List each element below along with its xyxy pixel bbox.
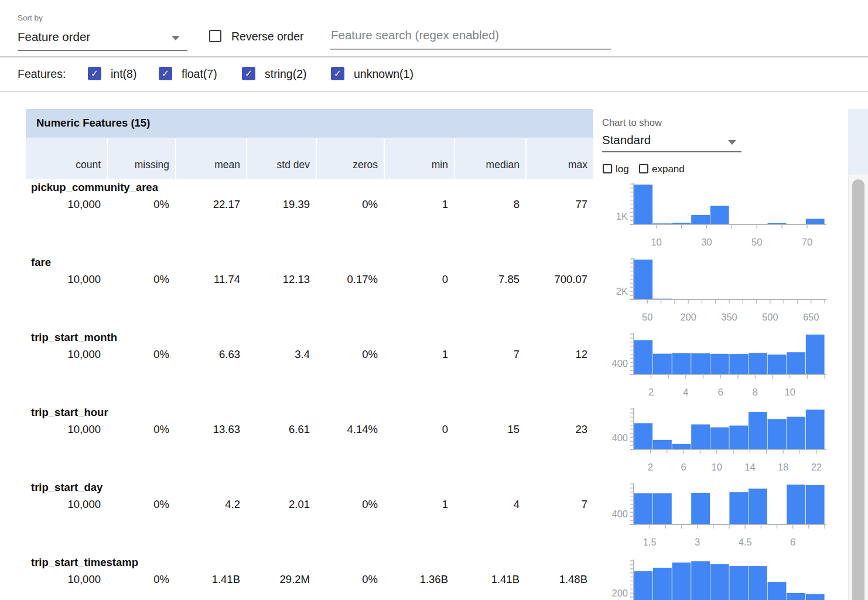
- stat-value-std-dev: 12.13: [246, 273, 310, 286]
- chart-to-show-label: Chart to show: [602, 117, 662, 128]
- histogram-fare[interactable]: 502003505006502K: [603, 254, 838, 329]
- facets-overview: Sort by Feature order Reverse order Feat…: [0, 0, 868, 600]
- stat-value-missing: 0%: [107, 573, 169, 586]
- histogram-trip_start_hour[interactable]: 2610141822400: [603, 404, 838, 479]
- stat-value-min: 1.36B: [384, 573, 448, 586]
- svg-text:14: 14: [744, 462, 755, 472]
- column-header: min: [384, 138, 454, 179]
- features-label: Features:: [18, 67, 66, 81]
- sort-by-select[interactable]: Feature order: [18, 30, 90, 44]
- chart-to-show-select[interactable]: Standard: [602, 133, 651, 147]
- stat-value-max: 23: [525, 423, 587, 436]
- histogram-trip_start_timestamp[interactable]: 200: [603, 554, 838, 600]
- scrollbar-thumb[interactable]: [852, 179, 864, 600]
- column-header: max: [525, 138, 593, 179]
- toolbar-divider: [0, 56, 868, 57]
- stat-value-max: 7: [525, 498, 587, 511]
- reverse-order-checkbox[interactable]: [209, 30, 221, 42]
- svg-text:500: 500: [762, 312, 778, 322]
- checkbox-check-icon: ✓: [91, 69, 98, 79]
- svg-text:1.5: 1.5: [643, 537, 657, 547]
- svg-text:50: 50: [751, 237, 762, 247]
- stat-value-min: 1: [384, 198, 448, 211]
- chevron-down-icon[interactable]: [728, 140, 736, 145]
- feature-type-label: float(7): [182, 67, 217, 81]
- stat-value-std-dev: 3.4: [246, 348, 310, 361]
- feature-search-input[interactable]: [330, 27, 611, 50]
- svg-text:70: 70: [802, 237, 812, 247]
- stat-value-count: 10,000: [26, 198, 101, 211]
- stat-value-median: 4: [454, 498, 520, 511]
- svg-text:10: 10: [651, 237, 661, 247]
- stat-value-mean: 1.41B: [175, 573, 240, 586]
- stat-value-std-dev: 2.01: [246, 498, 310, 511]
- chevron-down-icon[interactable]: [172, 36, 180, 40]
- stat-value-max: 77: [525, 198, 587, 211]
- stat-value-max: 1.48B: [525, 573, 587, 586]
- log-checkbox[interactable]: [603, 164, 612, 173]
- stat-value-std-dev: 19.39: [246, 198, 310, 211]
- stat-value-mean: 22.17: [175, 198, 240, 211]
- svg-text:400: 400: [611, 358, 628, 369]
- column-header: mean: [175, 138, 246, 179]
- stat-value-mean: 4.2: [175, 498, 240, 511]
- column-header: zeros: [316, 138, 384, 179]
- svg-text:400: 400: [611, 432, 628, 443]
- feature-type-checkbox[interactable]: ✓: [242, 67, 255, 80]
- feature-name: trip_start_day: [31, 481, 102, 494]
- svg-text:6: 6: [718, 387, 723, 397]
- stat-value-zeros: 0%: [316, 198, 378, 211]
- feature-type-checkbox[interactable]: ✓: [331, 67, 344, 80]
- stat-value-zeros: 0%: [316, 498, 378, 511]
- stat-value-median: 15: [454, 423, 520, 436]
- histogram-trip_start_day[interactable]: 1.534.56400: [603, 479, 838, 554]
- histogram-trip_start_month[interactable]: 246810400: [603, 329, 838, 404]
- reverse-order-label: Reverse order: [231, 30, 304, 43]
- svg-text:200: 200: [680, 312, 696, 322]
- stat-value-mean: 6.63: [175, 348, 240, 361]
- svg-text:650: 650: [803, 312, 819, 322]
- svg-text:10: 10: [712, 462, 722, 472]
- svg-text:10: 10: [785, 387, 795, 397]
- stat-value-std-dev: 6.61: [246, 423, 310, 436]
- stat-value-min: 0: [384, 423, 448, 436]
- stat-value-count: 10,000: [26, 498, 101, 511]
- svg-text:4: 4: [683, 387, 688, 397]
- stat-value-mean: 11.74: [175, 273, 240, 286]
- stat-value-zeros: 4.14%: [316, 423, 378, 436]
- feature-type-checkbox[interactable]: ✓: [88, 67, 101, 80]
- histogram-pickup_community_area[interactable]: 103050701K: [603, 179, 838, 254]
- svg-text:6: 6: [681, 462, 686, 472]
- checkbox-check-icon: ✓: [162, 69, 169, 79]
- stat-value-median: 7: [454, 348, 520, 361]
- feature-type-checkbox[interactable]: ✓: [159, 67, 172, 80]
- stat-value-count: 10,000: [26, 273, 101, 286]
- stat-value-zeros: 0%: [316, 348, 378, 361]
- numeric-features-title: Numeric Features (15): [36, 117, 150, 129]
- svg-text:6: 6: [790, 537, 795, 547]
- svg-text:400: 400: [611, 509, 628, 519]
- feature-name: trip_start_hour: [31, 406, 108, 419]
- svg-text:4.5: 4.5: [739, 537, 752, 547]
- feature-type-label: unknown(1): [354, 67, 414, 81]
- svg-text:30: 30: [701, 237, 712, 247]
- column-header: std dev: [246, 138, 316, 179]
- sort-by-underline: [18, 50, 187, 51]
- stat-value-count: 10,000: [26, 423, 101, 436]
- stat-value-missing: 0%: [107, 348, 169, 361]
- stat-value-count: 10,000: [26, 573, 101, 586]
- stat-value-zeros: 0.17%: [316, 273, 378, 286]
- features-divider: [0, 91, 868, 92]
- stat-value-missing: 0%: [107, 498, 169, 511]
- svg-text:18: 18: [778, 462, 788, 472]
- column-header: median: [454, 138, 525, 179]
- checkbox-check-icon: ✓: [245, 69, 252, 79]
- svg-text:2: 2: [648, 387, 654, 397]
- feature-type-label: int(8): [111, 67, 136, 81]
- feature-name: fare: [31, 256, 51, 269]
- stat-value-missing: 0%: [107, 273, 169, 286]
- svg-text:350: 350: [721, 312, 737, 322]
- expand-checkbox[interactable]: [639, 164, 648, 173]
- stat-value-median: 8: [454, 198, 520, 211]
- stat-value-zeros: 0%: [316, 573, 378, 586]
